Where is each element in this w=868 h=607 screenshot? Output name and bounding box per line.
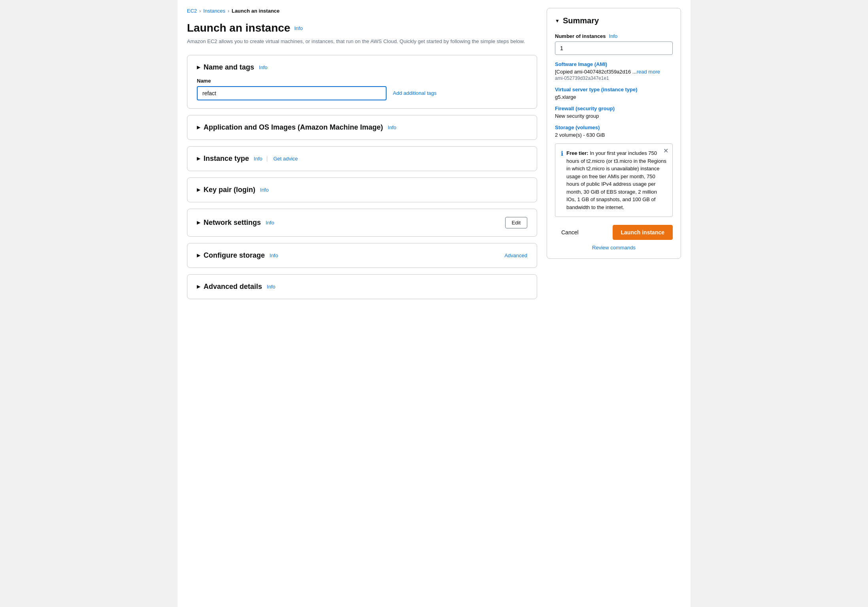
- name-tags-header: ▶ Name and tags Info: [197, 63, 527, 72]
- review-commands-link[interactable]: Review commands: [555, 245, 673, 251]
- ami-section: ▶ Application and OS Images (Amazon Mach…: [187, 115, 537, 140]
- network-settings-title: Network settings: [204, 219, 261, 227]
- configure-storage-advanced-link[interactable]: Advanced: [504, 253, 527, 258]
- pipe-separator: |: [266, 155, 268, 162]
- breadcrumb-instances[interactable]: Instances: [203, 8, 225, 14]
- name-input[interactable]: [197, 86, 387, 100]
- ami-toggle[interactable]: ▶: [197, 124, 200, 130]
- ami-value-text: [Copied ami-0407482cf359a2d16 ...: [555, 69, 637, 75]
- ami-summary-link[interactable]: Software Image (AMI): [555, 61, 673, 67]
- page-description: Amazon EC2 allows you to create virtual …: [187, 38, 537, 45]
- name-tags-section: ▶ Name and tags Info Name Add additional…: [187, 55, 537, 109]
- network-settings-header: ▶ Network settings Info: [197, 219, 274, 227]
- configure-storage-toggle[interactable]: ▶: [197, 253, 200, 258]
- ami-info-link[interactable]: Info: [388, 124, 396, 130]
- breadcrumb-ec2[interactable]: EC2: [187, 8, 197, 14]
- advanced-details-section: ▶ Advanced details Info: [187, 274, 537, 299]
- instance-type-title: Instance type: [204, 155, 249, 163]
- advanced-details-toggle[interactable]: ▶: [197, 284, 200, 289]
- page-title-row: Launch an instance Info: [187, 22, 537, 34]
- breadcrumb-current: Launch an instance: [232, 8, 279, 14]
- name-tags-content: Name Add additional tags: [197, 78, 527, 100]
- network-settings-toggle[interactable]: ▶: [197, 220, 200, 225]
- instance-type-summary-value: g5.xlarge: [555, 94, 673, 100]
- breadcrumb: EC2 › Instances › Launch an instance: [187, 8, 537, 14]
- main-content: EC2 › Instances › Launch an instance Lau…: [187, 8, 537, 599]
- firewall-summary-link[interactable]: Firewall (security group): [555, 106, 673, 111]
- key-pair-title: Key pair (login): [204, 186, 255, 194]
- instance-type-section: ▶ Instance type Info | Get advice: [187, 146, 537, 171]
- free-tier-text: Free tier: In your first year includes 7…: [566, 149, 667, 211]
- advanced-details-title: Advanced details: [204, 283, 262, 291]
- free-tier-info-icon: ℹ: [561, 150, 563, 157]
- num-instances-label-text: Number of instances: [555, 33, 606, 39]
- cancel-button[interactable]: Cancel: [555, 226, 585, 239]
- summary-title-row: ▼ Summary: [555, 16, 673, 25]
- storage-summary-value: 2 volume(s) - 630 GiB: [555, 132, 673, 138]
- ami-read-more-link[interactable]: read more: [637, 69, 660, 75]
- instance-type-summary-link[interactable]: Virtual server type (instance type): [555, 87, 673, 92]
- name-tags-info-link[interactable]: Info: [259, 64, 268, 70]
- name-tags-title: Name and tags: [204, 63, 254, 72]
- configure-storage-info-link[interactable]: Info: [270, 253, 278, 258]
- free-tier-box: ℹ Free tier: In your first year includes…: [555, 143, 673, 217]
- num-instances-info-link[interactable]: Info: [609, 33, 618, 39]
- launch-instance-button[interactable]: Launch instance: [613, 225, 673, 240]
- key-pair-header: ▶ Key pair (login) Info: [197, 186, 527, 194]
- summary-collapse-arrow[interactable]: ▼: [555, 18, 560, 24]
- network-settings-section: ▶ Network settings Info Edit: [187, 209, 537, 237]
- configure-storage-title: Configure storage: [204, 251, 265, 260]
- name-tags-toggle[interactable]: ▶: [197, 64, 200, 70]
- page-container: EC2 › Instances › Launch an instance Lau…: [177, 0, 691, 607]
- configure-storage-section: ▶ Configure storage Info Advanced: [187, 243, 537, 268]
- configure-storage-action-row: ▶ Configure storage Info Advanced: [197, 251, 527, 260]
- key-pair-toggle[interactable]: ▶: [197, 187, 200, 192]
- ami-title: Application and OS Images (Amazon Machin…: [204, 123, 383, 132]
- key-pair-info-link[interactable]: Info: [260, 187, 269, 193]
- instance-type-header: ▶ Instance type Info | Get advice: [197, 155, 527, 163]
- key-pair-section: ▶ Key pair (login) Info: [187, 177, 537, 202]
- summary-title: Summary: [563, 16, 599, 25]
- breadcrumb-separator-1: ›: [199, 8, 201, 14]
- ami-summary-value: [Copied ami-0407482cf359a2d16 ...read mo…: [555, 69, 673, 81]
- advanced-details-header: ▶ Advanced details Info: [197, 283, 527, 291]
- free-tier-header: ℹ Free tier: In your first year includes…: [561, 149, 667, 211]
- ami-id: ami-052739d32a347e1e1: [555, 75, 673, 81]
- get-advice-link[interactable]: Get advice: [273, 156, 298, 162]
- network-settings-info-link[interactable]: Info: [266, 220, 274, 226]
- configure-storage-header: ▶ Configure storage Info: [197, 251, 278, 260]
- instance-type-info-link[interactable]: Info: [254, 156, 262, 162]
- storage-summary-link[interactable]: Storage (volumes): [555, 124, 673, 130]
- free-tier-close-button[interactable]: ✕: [663, 148, 668, 154]
- ami-header: ▶ Application and OS Images (Amazon Mach…: [197, 123, 527, 132]
- free-tier-body: In your first year includes 750 hours of…: [566, 150, 666, 210]
- summary-actions: Cancel Launch instance: [555, 225, 673, 240]
- page-title-info-link[interactable]: Info: [294, 25, 303, 31]
- firewall-summary-value: New security group: [555, 113, 673, 119]
- num-instances-input[interactable]: [555, 41, 673, 55]
- summary-panel: ▼ Summary Number of instances Info Softw…: [547, 8, 681, 259]
- add-additional-tags-link[interactable]: Add additional tags: [393, 90, 437, 96]
- name-field-label: Name: [197, 78, 527, 84]
- network-settings-action-row: ▶ Network settings Info Edit: [197, 217, 527, 228]
- name-input-row: Add additional tags: [197, 86, 527, 100]
- page-title: Launch an instance: [187, 22, 290, 34]
- network-settings-edit-button[interactable]: Edit: [505, 217, 527, 228]
- num-instances-label: Number of instances Info: [555, 33, 673, 39]
- free-tier-bold: Free tier:: [566, 150, 589, 156]
- breadcrumb-separator-2: ›: [228, 8, 229, 14]
- advanced-details-info-link[interactable]: Info: [267, 284, 275, 290]
- instance-type-toggle[interactable]: ▶: [197, 156, 200, 161]
